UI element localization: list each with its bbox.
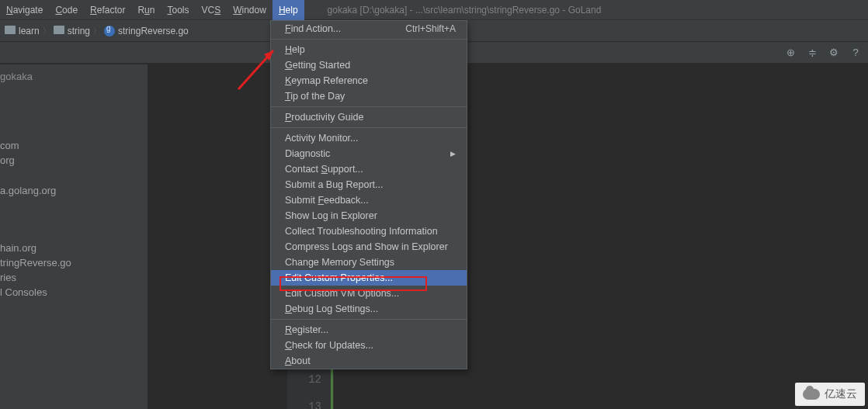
menu-item-help[interactable]: Help [271,42,467,57]
menu-navigate[interactable]: Navigate [0,0,49,20]
chevron-icon: 〉 [43,26,50,36]
menu-item-register[interactable]: Register... [271,322,467,338]
tree-item[interactable]: org [0,153,148,168]
vcs-change-bar [331,367,333,409]
menu-item-edit-custom-vm[interactable]: Edit Custom VM Options... [271,286,467,301]
watermark: 亿速云 [795,383,865,406]
menu-item-about[interactable]: About [271,353,467,369]
window-title: gokaka [D:\gokaka] - ...\src\learn\strin… [328,5,602,16]
menu-window[interactable]: Window [227,0,273,20]
breadcrumb-file[interactable]: stringReverse.go [104,26,189,36]
menu-item-submit-feedback[interactable]: Submit Feedback... [271,192,467,208]
gear-icon[interactable]: ⚙ [828,47,840,59]
go-file-icon [104,26,115,36]
project-tree[interactable]: gokaka com org a.golang.org hain.org tri… [0,64,148,409]
menu-item-getting-started[interactable]: Getting Started [271,57,467,73]
breadcrumb-folder-string[interactable]: string [54,26,90,36]
help-icon[interactable]: ? [849,47,862,59]
menu-item-contact-support[interactable]: Contact Support... [271,161,467,177]
help-dropdown: Find Action... Ctrl+Shift+A Help Getting… [270,20,467,369]
chevron-icon: 〉 [93,26,101,36]
menu-item-find-action[interactable]: Find Action... Ctrl+Shift+A [271,21,467,36]
project-root-label: gokaka [0,69,148,84]
tree-item[interactable]: com [0,138,148,153]
menu-item-diagnostic[interactable]: Diagnostic▶ [271,146,467,161]
tree-item[interactable]: a.golang.org [0,183,148,198]
tree-item[interactable]: ries [0,270,148,285]
breadcrumb-folder-learn[interactable]: learn [5,26,40,36]
tree-item[interactable]: l Consoles [0,285,148,300]
menu-item-keymap-reference[interactable]: Keymap Reference [271,73,467,88]
settings-icon[interactable]: ≑ [806,47,818,59]
menu-item-change-memory[interactable]: Change Memory Settings [271,255,467,270]
menu-code[interactable]: Code [49,0,84,20]
menu-vcs[interactable]: VCS [196,0,227,20]
menu-item-show-log[interactable]: Show Log in Explorer [271,208,467,224]
menu-item-collect-troubleshooting[interactable]: Collect Troubleshooting Information [271,224,467,239]
cloud-icon [803,389,820,400]
menu-refactor[interactable]: Refactor [84,0,131,20]
folder-icon [54,26,64,36]
menu-item-debug-log[interactable]: Debug Log Settings... [271,301,467,317]
chevron-right-icon: ▶ [450,150,456,158]
tree-item[interactable]: hain.org [0,241,148,255]
tree-item[interactable]: tringReverse.go [0,255,148,270]
menu-item-activity-monitor[interactable]: Activity Monitor... [271,130,467,146]
main-menubar: Navigate Code Refactor Run Tools VCS Win… [0,0,868,20]
locate-icon[interactable]: ⊕ [784,47,797,59]
menu-item-check-updates[interactable]: Check for Updates... [271,338,467,353]
menu-help[interactable]: Help [273,0,304,20]
menu-item-compress-logs[interactable]: Compress Logs and Show in Explorer [271,239,467,255]
menu-item-tip-of-day[interactable]: Tip of the Day [271,88,467,104]
menu-item-edit-custom-properties[interactable]: Edit Custom Properties... [271,270,467,286]
menu-item-submit-bug[interactable]: Submit a Bug Report... [271,177,467,192]
folder-icon [5,26,16,36]
menu-tools[interactable]: Tools [161,0,195,20]
menu-run[interactable]: Run [131,0,161,20]
menu-item-productivity[interactable]: Productivity Guide [271,109,467,125]
